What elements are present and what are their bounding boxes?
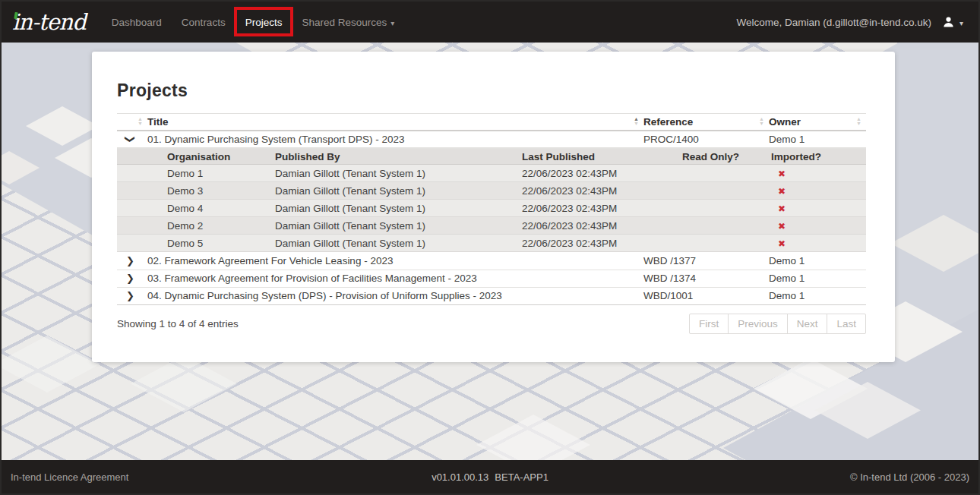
logo-text: in-tend [12, 9, 86, 35]
column-header-expander[interactable]: ▲▼ [117, 114, 147, 131]
organisation: Demo 5 [167, 235, 275, 252]
subtable-row: Demo 2 Damian Gillott (Tenant System 1) … [117, 217, 866, 235]
last-published: 22/06/2023 02:43PM [522, 182, 682, 200]
pagination: First Previous Next Last [689, 314, 866, 334]
project-title: 04. Dynamic Purchasing System (DPS) - Pr… [147, 287, 643, 304]
subtable-row: Demo 4 Damian Gillott (Tenant System 1) … [117, 200, 866, 217]
column-header-title[interactable]: Title ▲▼ [147, 114, 643, 131]
project-title: 01. Dynamic Purchasing System (Transport… [147, 131, 643, 148]
pagination-next-button[interactable]: Next [787, 314, 828, 334]
project-reference: WBD /1377 [643, 252, 769, 270]
projects-panel: Projects ▲▼ Title ▲▼ Reference ▲▼ [92, 52, 895, 362]
version-number: v01.01.00.13 [432, 471, 488, 483]
organisation: Demo 3 [167, 182, 275, 200]
publications-subtable: Organisation Published By Last Published… [117, 148, 866, 252]
read-only [682, 200, 771, 217]
table-header-row: ▲▼ Title ▲▼ Reference ▲▼ Owner ▲▼ [117, 114, 866, 131]
expand-row-icon[interactable]: ❯ [126, 290, 134, 301]
app-footer: In-tend Licence Agreement v01.01.00.13BE… [2, 460, 978, 493]
page-title: Projects [117, 80, 866, 101]
chevron-down-icon: ▾ [959, 19, 963, 27]
top-navbar: in-tend Dashboard Contracts Projects Sha… [2, 2, 978, 43]
collapse-row-icon[interactable]: ❯ [125, 135, 136, 143]
environment-name: BETA-APP1 [495, 471, 548, 483]
organisation: Demo 1 [167, 165, 275, 182]
published-by: Damian Gillott (Tenant System 1) [275, 235, 522, 252]
user-menu[interactable]: ▾ [942, 16, 963, 28]
project-owner: Demo 1 [769, 252, 866, 270]
bg-diamond [2, 336, 100, 393]
column-header-reference[interactable]: Reference ▲▼ [643, 114, 769, 131]
version-text: v01.01.00.13BETA-APP1 [2, 471, 978, 483]
not-imported-icon: ✖ [771, 203, 786, 214]
nav-item-projects[interactable]: Projects [236, 2, 292, 43]
subcolumn-read-only: Read Only? [682, 149, 771, 165]
expand-row-icon[interactable]: ❯ [126, 273, 134, 284]
bg-diamond [476, 415, 590, 460]
sort-icon: ▲▼ [856, 117, 861, 126]
read-only [682, 182, 771, 200]
expanded-detail-row: Organisation Published By Last Published… [117, 148, 866, 253]
app-window: in-tend Dashboard Contracts Projects Sha… [0, 0, 980, 495]
expand-row-icon[interactable]: ❯ [126, 255, 134, 266]
read-only [682, 217, 771, 235]
welcome-text: Welcome, Damian (d.gillott@in-tend.co.uk… [736, 17, 931, 28]
table-row-project-01[interactable]: ❯ 01. Dynamic Purchasing System (Transpo… [117, 131, 866, 148]
main-nav: Dashboard Contracts Projects Shared Reso… [102, 2, 404, 43]
nav-item-contracts[interactable]: Contracts [172, 2, 236, 43]
chevron-down-icon: ▾ [390, 19, 394, 27]
project-reference: WBD/1001 [643, 287, 769, 304]
not-imported-icon: ✖ [771, 238, 786, 249]
subtable-row: Demo 1 Damian Gillott (Tenant System 1) … [117, 165, 866, 182]
nav-item-dashboard[interactable]: Dashboard [102, 2, 172, 43]
app-logo[interactable]: in-tend [12, 11, 86, 33]
user-icon [942, 16, 955, 28]
pagination-last-button[interactable]: Last [827, 314, 866, 334]
last-published: 22/06/2023 02:43PM [522, 217, 682, 235]
table-footer: Showing 1 to 4 of 4 entries First Previo… [117, 314, 866, 334]
read-only [682, 165, 771, 182]
subtable-row: Demo 3 Damian Gillott (Tenant System 1) … [117, 182, 866, 200]
navbar-right: Welcome, Damian (d.gillott@in-tend.co.uk… [736, 16, 963, 28]
last-published: 22/06/2023 02:43PM [522, 235, 682, 252]
last-published: 22/06/2023 02:43PM [522, 200, 682, 217]
subcolumn-last-published: Last Published [522, 149, 682, 165]
bg-diamond [131, 355, 237, 412]
published-by: Damian Gillott (Tenant System 1) [275, 165, 522, 182]
not-imported-icon: ✖ [771, 186, 786, 197]
table-row-project-03[interactable]: ❯ 03. Framework Agreement for Provision … [117, 270, 866, 287]
not-imported-icon: ✖ [771, 221, 786, 232]
subcolumn-imported: Imported? [771, 149, 866, 165]
project-title: 02. Framework Agreement For Vehicle Leas… [147, 252, 643, 270]
project-owner: Demo 1 [769, 287, 866, 304]
subtable-header-row: Organisation Published By Last Published… [117, 149, 866, 165]
organisation: Demo 4 [167, 200, 275, 217]
project-reference: PROC/1400 [643, 131, 769, 148]
sort-icon: ▲▼ [138, 117, 143, 126]
pagination-first-button[interactable]: First [689, 314, 729, 334]
column-header-owner[interactable]: Owner ▲▼ [769, 114, 866, 131]
sort-icon: ▲▼ [759, 117, 764, 126]
publications-panel: Organisation Published By Last Published… [117, 148, 866, 252]
project-reference: WBD /1374 [643, 270, 769, 287]
not-imported-icon: ✖ [771, 169, 786, 179]
table-row-project-02[interactable]: ❯ 02. Framework Agreement For Vehicle Le… [117, 252, 866, 270]
read-only [682, 235, 771, 252]
projects-table: ▲▼ Title ▲▼ Reference ▲▼ Owner ▲▼ [117, 113, 866, 305]
nav-item-shared-resources-label: Shared Resources [302, 17, 387, 28]
nav-item-projects-label: Projects [245, 17, 283, 28]
published-by: Damian Gillott (Tenant System 1) [275, 200, 522, 217]
nav-item-shared-resources[interactable]: Shared Resources ▾ [292, 2, 404, 43]
table-row-project-04[interactable]: ❯ 04. Dynamic Purchasing System (DPS) - … [117, 287, 866, 304]
entries-summary: Showing 1 to 4 of 4 entries [117, 318, 239, 329]
sort-asc-icon: ▲▼ [634, 117, 639, 126]
published-by: Damian Gillott (Tenant System 1) [275, 217, 522, 235]
subcolumn-published-by: Published By [275, 149, 522, 165]
subcolumn-organisation: Organisation [167, 149, 275, 165]
published-by: Damian Gillott (Tenant System 1) [275, 182, 522, 200]
page-background: Projects ▲▼ Title ▲▼ Reference ▲▼ [2, 43, 978, 460]
pagination-previous-button[interactable]: Previous [728, 314, 788, 334]
project-owner: Demo 1 [769, 131, 866, 148]
project-owner: Demo 1 [769, 270, 866, 287]
last-published: 22/06/2023 02:43PM [522, 165, 682, 182]
